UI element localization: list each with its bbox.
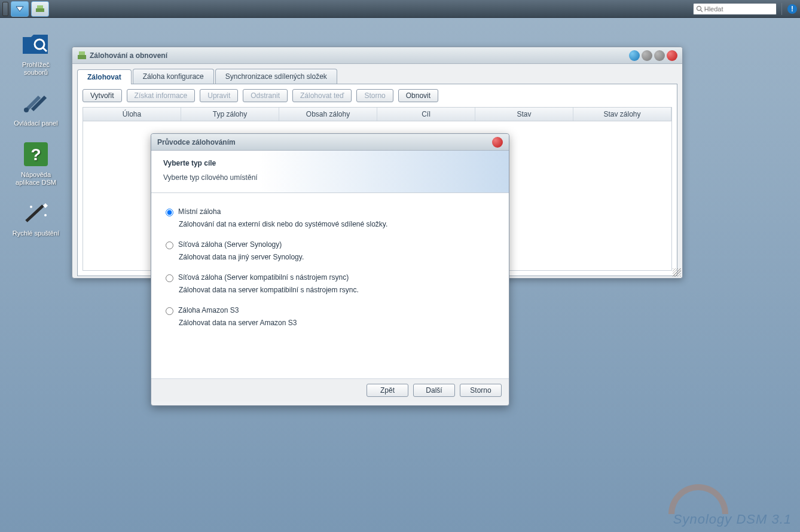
icon-label: Ovládací panel bbox=[12, 120, 60, 127]
svg-rect-2 bbox=[37, 5, 43, 8]
icon-control-panel[interactable]: Ovládací panel bbox=[12, 88, 60, 127]
taskbar: ! bbox=[0, 0, 800, 18]
window-minimize-button[interactable] bbox=[642, 50, 652, 61]
dialog-titlebar[interactable]: Průvodce zálohováním bbox=[151, 134, 509, 151]
col-content[interactable]: Obsah zálohy bbox=[279, 108, 377, 121]
dialog-body: Místní záloha Zálohování dat na externí … bbox=[151, 193, 509, 378]
restore-button[interactable]: Obnovit bbox=[398, 89, 438, 102]
col-task[interactable]: Úloha bbox=[83, 108, 181, 121]
resize-handle[interactable] bbox=[673, 268, 681, 277]
option-desc: Zálohování dat na externí disk nebo do s… bbox=[179, 220, 494, 228]
tab-config-backup[interactable]: Záloha konfigurace bbox=[133, 69, 214, 84]
option-network-rsync[interactable]: Síťová záloha (Server kompatibilní s nás… bbox=[166, 273, 494, 294]
cancel-dialog-button[interactable]: Storno bbox=[460, 384, 502, 397]
option-amazon-s3[interactable]: Záloha Amazon S3 Zálohovat data na serve… bbox=[166, 306, 494, 327]
icon-label: Prohlížeč souborů bbox=[12, 61, 60, 77]
option-desc: Zálohovat data na server Amazon S3 bbox=[179, 319, 494, 327]
icon-file-browser[interactable]: Prohlížeč souborů bbox=[12, 30, 60, 77]
dialog-header: Vyberte typ cíle Vyberte typ cílového um… bbox=[151, 151, 509, 193]
tabs: Zálohovat Záloha konfigurace Synchroniza… bbox=[77, 69, 677, 84]
col-backup-state[interactable]: Stav zálohy bbox=[573, 108, 671, 121]
edit-button[interactable]: Upravit bbox=[200, 89, 238, 102]
backup-window-icon bbox=[77, 51, 87, 60]
svg-marker-15 bbox=[43, 203, 48, 208]
back-button[interactable]: Zpět bbox=[367, 384, 408, 397]
svg-rect-1 bbox=[36, 8, 44, 12]
dialog-header-subtitle: Vyberte typ cílového umístění bbox=[163, 173, 497, 182]
window-maximize-button[interactable] bbox=[654, 50, 665, 61]
chevron-down-icon bbox=[15, 5, 25, 13]
option-local-backup[interactable]: Místní záloha Zálohování dat na externí … bbox=[166, 207, 494, 228]
dialog-footer: Zpět Další Storno bbox=[151, 378, 509, 402]
info-button[interactable]: Získat informace bbox=[127, 89, 196, 102]
watermark-text: Synology DSM 3.1 bbox=[673, 512, 792, 527]
dialog-title: Průvodce zálohováním bbox=[157, 138, 236, 146]
svg-text:!: ! bbox=[791, 5, 793, 13]
tab-shared-sync[interactable]: Synchronizace sdílených složek bbox=[215, 69, 337, 84]
folder-search-icon bbox=[22, 32, 50, 56]
svg-point-17 bbox=[44, 214, 47, 216]
svg-point-11 bbox=[24, 108, 29, 112]
svg-point-3 bbox=[697, 6, 701, 10]
watermark-arc-icon bbox=[668, 484, 728, 514]
window-close-button[interactable] bbox=[667, 50, 677, 61]
radio-s3[interactable] bbox=[166, 307, 173, 315]
wand-icon bbox=[22, 201, 50, 225]
dialog-close-button[interactable] bbox=[492, 137, 503, 148]
menu-button[interactable] bbox=[11, 1, 29, 17]
col-type[interactable]: Typ zálohy bbox=[181, 108, 279, 121]
icon-quickstart[interactable]: Rychlé spuštění bbox=[12, 198, 60, 237]
window-help-button[interactable] bbox=[629, 50, 640, 61]
window-title: Zálohování a obnovení bbox=[90, 51, 167, 60]
table-header: Úloha Typ zálohy Obsah zálohy Cíl Stav S… bbox=[83, 107, 672, 121]
info-icon[interactable]: ! bbox=[787, 4, 798, 14]
cancel-button[interactable]: Storno bbox=[356, 89, 393, 102]
backup-app-icon bbox=[35, 5, 45, 13]
help-icon: ? bbox=[23, 141, 49, 167]
option-desc: Zálohovat data na server kompatibilní s … bbox=[179, 286, 494, 294]
dialog-header-title: Vyberte typ cíle bbox=[163, 159, 497, 167]
taskbar-grip[interactable] bbox=[2, 2, 8, 16]
search-input[interactable] bbox=[704, 5, 774, 13]
svg-text:?: ? bbox=[30, 145, 41, 164]
option-network-synology[interactable]: Síťová záloha (Server Synology) Zálohova… bbox=[166, 240, 494, 261]
toolbar: Vytvořit Získat informace Upravit Odstra… bbox=[83, 89, 672, 102]
icon-label: Rychlé spuštění bbox=[12, 230, 60, 237]
svg-marker-0 bbox=[16, 7, 23, 11]
svg-point-16 bbox=[30, 206, 32, 208]
taskbar-app-backup[interactable] bbox=[31, 1, 49, 17]
backup-now-button[interactable]: Zálohovat teď bbox=[292, 89, 352, 102]
tab-backup[interactable]: Zálohovat bbox=[77, 69, 132, 84]
icon-label: Nápověda aplikace DSM bbox=[12, 171, 60, 186]
tools-icon bbox=[22, 91, 50, 115]
radio-synology[interactable] bbox=[166, 241, 173, 249]
create-button[interactable]: Vytvořit bbox=[83, 89, 122, 102]
svg-rect-19 bbox=[79, 51, 85, 55]
col-state[interactable]: Stav bbox=[475, 108, 573, 121]
search-icon bbox=[696, 5, 703, 13]
radio-rsync[interactable] bbox=[166, 274, 173, 282]
option-desc: Zálohovat data na jiný server Synology. bbox=[179, 253, 494, 261]
svg-line-14 bbox=[26, 206, 43, 221]
col-target[interactable]: Cíl bbox=[377, 108, 475, 121]
radio-local[interactable] bbox=[166, 209, 173, 216]
window-titlebar[interactable]: Zálohování a obnovení bbox=[72, 47, 682, 64]
backup-wizard-dialog: Průvodce zálohováním Vyberte typ cíle Vy… bbox=[151, 133, 509, 406]
desktop-icons: Prohlížeč souborů Ovládací panel ? Nápov… bbox=[12, 30, 60, 237]
delete-button[interactable]: Odstranit bbox=[243, 89, 288, 102]
search-box[interactable] bbox=[693, 3, 777, 15]
svg-rect-18 bbox=[78, 55, 86, 59]
svg-line-4 bbox=[701, 10, 703, 12]
icon-help[interactable]: ? Nápověda aplikace DSM bbox=[12, 140, 60, 186]
next-button[interactable]: Další bbox=[413, 384, 455, 397]
divider bbox=[781, 3, 782, 15]
